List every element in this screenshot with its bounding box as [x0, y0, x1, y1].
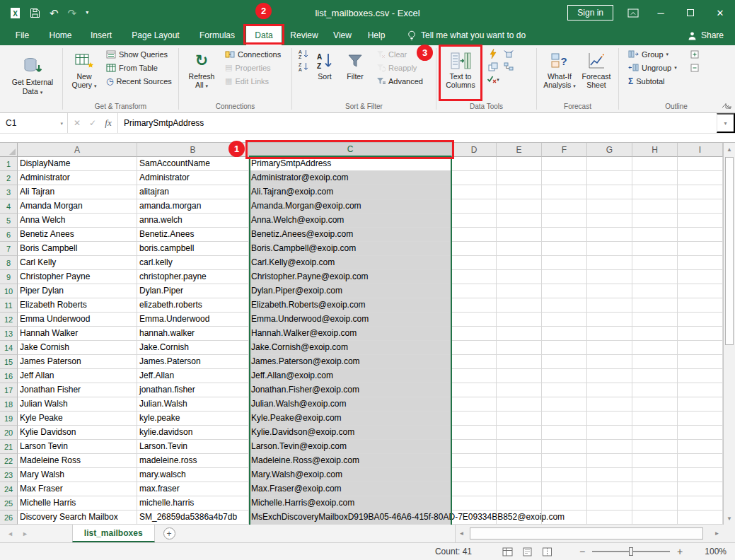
- row-header-4[interactable]: 4: [0, 199, 18, 214]
- cell-F25[interactable]: [542, 496, 587, 511]
- minimize-button[interactable]: ─: [646, 0, 676, 25]
- cell-I15[interactable]: [678, 355, 723, 369]
- cell-I2[interactable]: [678, 171, 723, 185]
- cell-B9[interactable]: christopher.payne: [137, 270, 249, 284]
- sheet-tab-list-mailboxes[interactable]: list_mailboxes: [72, 525, 155, 542]
- cell-C19[interactable]: Kyle.Peake@exoip.com: [249, 412, 452, 426]
- zoom-slider[interactable]: [592, 551, 670, 552]
- cell-E5[interactable]: [497, 214, 542, 228]
- formula-input[interactable]: PrimarySmtpAddress: [118, 113, 717, 133]
- cell-E13[interactable]: [497, 327, 542, 341]
- scroll-up-icon[interactable]: ▲: [724, 144, 735, 155]
- cell-B6[interactable]: Benetiz.Anees: [137, 228, 249, 242]
- cell-C26[interactable]: MsExchDiscoveryMailboxD919BA05-46A6-415f…: [249, 511, 452, 525]
- cell-D21[interactable]: [452, 440, 497, 454]
- cell-E12[interactable]: [497, 313, 542, 327]
- cell-G22[interactable]: [587, 454, 632, 468]
- cell-I7[interactable]: [678, 242, 723, 256]
- row-header-3[interactable]: 3: [0, 185, 18, 199]
- row-header-8[interactable]: 8: [0, 256, 18, 270]
- cell-A15[interactable]: James Paterson: [18, 355, 137, 369]
- cell-A14[interactable]: Jake Cornish: [18, 341, 137, 355]
- cell-D6[interactable]: [452, 228, 497, 242]
- cell-H9[interactable]: [632, 270, 678, 284]
- cell-B10[interactable]: Dylan.Piper: [137, 284, 249, 298]
- cell-A7[interactable]: Boris Campbell: [18, 242, 137, 256]
- text-to-columns-button[interactable]: Text to Columns: [441, 47, 480, 90]
- cell-C12[interactable]: Emma.Underwood@exoip.com: [249, 313, 452, 327]
- cell-F8[interactable]: [542, 256, 587, 270]
- cell-G8[interactable]: [587, 256, 632, 270]
- cell-I19[interactable]: [678, 412, 723, 426]
- tab-page-layout[interactable]: Page Layout: [123, 25, 188, 45]
- cell-B13[interactable]: hannah.walker: [137, 327, 249, 341]
- cell-C22[interactable]: Madeleine.Ross@exoip.com: [249, 454, 452, 468]
- cell-A21[interactable]: Larson Tevin: [18, 440, 137, 454]
- cell-A5[interactable]: Anna Welch: [18, 214, 137, 228]
- maximize-button[interactable]: [676, 0, 705, 25]
- row-header-26[interactable]: 26: [0, 511, 18, 525]
- cell-G21[interactable]: [587, 440, 632, 454]
- get-external-data-button[interactable]: Get External Data ▾: [6, 53, 59, 95]
- cell-B15[interactable]: James.Paterson: [137, 355, 249, 369]
- cell-H15[interactable]: [632, 355, 678, 369]
- cell-A13[interactable]: Hannah Walker: [18, 327, 137, 341]
- cell-B19[interactable]: kyle.peake: [137, 412, 249, 426]
- row-header-10[interactable]: 10: [0, 284, 18, 298]
- cell-B3[interactable]: alitajran: [137, 185, 249, 199]
- tell-me-box[interactable]: Tell me what you want to do: [407, 25, 526, 45]
- cell-D4[interactable]: [452, 199, 497, 214]
- cell-C11[interactable]: Elizabeth.Roberts@exoip.com: [249, 298, 452, 313]
- cell-B2[interactable]: Administrator: [137, 171, 249, 185]
- cell-G23[interactable]: [587, 468, 632, 482]
- name-box-dropdown-icon[interactable]: ▾: [60, 121, 67, 126]
- cell-H17[interactable]: [632, 383, 678, 397]
- cell-H24[interactable]: [632, 482, 678, 496]
- cell-H16[interactable]: [632, 369, 678, 383]
- cell-D16[interactable]: [452, 369, 497, 383]
- cell-H14[interactable]: [632, 341, 678, 355]
- tab-help[interactable]: Help: [361, 25, 392, 45]
- cell-B21[interactable]: Larson.Tevin: [137, 440, 249, 454]
- cell-F14[interactable]: [542, 341, 587, 355]
- cell-C9[interactable]: Christopher.Payne@exoip.com: [249, 270, 452, 284]
- enter-entry-icon[interactable]: ✓: [85, 118, 100, 128]
- cell-D2[interactable]: [452, 171, 497, 185]
- row-header-20[interactable]: 20: [0, 426, 18, 440]
- cell-C24[interactable]: Max.Fraser@exoip.com: [249, 482, 452, 496]
- page-break-view-icon[interactable]: [538, 544, 555, 559]
- row-header-23[interactable]: 23: [0, 468, 18, 482]
- cell-G9[interactable]: [587, 270, 632, 284]
- cell-E21[interactable]: [497, 440, 542, 454]
- cell-C6[interactable]: Benetiz.Anees@exoip.com: [249, 228, 452, 242]
- cell-B22[interactable]: madeleine.ross: [137, 454, 249, 468]
- sheet-nav-left-icon[interactable]: ◄: [7, 530, 13, 537]
- cell-G10[interactable]: [587, 284, 632, 298]
- cell-C18[interactable]: Julian.Walsh@exoip.com: [249, 397, 452, 412]
- cell-H26[interactable]: [632, 511, 678, 525]
- cell-B16[interactable]: Jeff.Allan: [137, 369, 249, 383]
- cell-A9[interactable]: Christopher Payne: [18, 270, 137, 284]
- cell-F7[interactable]: [542, 242, 587, 256]
- cell-F4[interactable]: [542, 199, 587, 214]
- cell-G24[interactable]: [587, 482, 632, 496]
- sign-in-button[interactable]: Sign in: [567, 5, 613, 21]
- cell-E25[interactable]: [497, 496, 542, 511]
- cell-C21[interactable]: Larson.Tevin@exoip.com: [249, 440, 452, 454]
- cell-C15[interactable]: James.Paterson@exoip.com: [249, 355, 452, 369]
- cell-C16[interactable]: Jeff.Allan@exoip.com: [249, 369, 452, 383]
- sheet-nav-right-icon[interactable]: ►: [22, 530, 28, 537]
- cell-F9[interactable]: [542, 270, 587, 284]
- cell-I24[interactable]: [678, 482, 723, 496]
- cell-E6[interactable]: [497, 228, 542, 242]
- redo-button[interactable]: ↷: [68, 8, 77, 18]
- horizontal-scrollbar[interactable]: ◄ ►: [455, 525, 735, 542]
- row-header-17[interactable]: 17: [0, 383, 18, 397]
- cell-G20[interactable]: [587, 426, 632, 440]
- cell-A2[interactable]: Administrator: [18, 171, 137, 185]
- cell-I11[interactable]: [678, 298, 723, 313]
- cell-F17[interactable]: [542, 383, 587, 397]
- col-header-C[interactable]: C: [249, 143, 452, 157]
- cell-D13[interactable]: [452, 327, 497, 341]
- cell-I18[interactable]: [678, 397, 723, 412]
